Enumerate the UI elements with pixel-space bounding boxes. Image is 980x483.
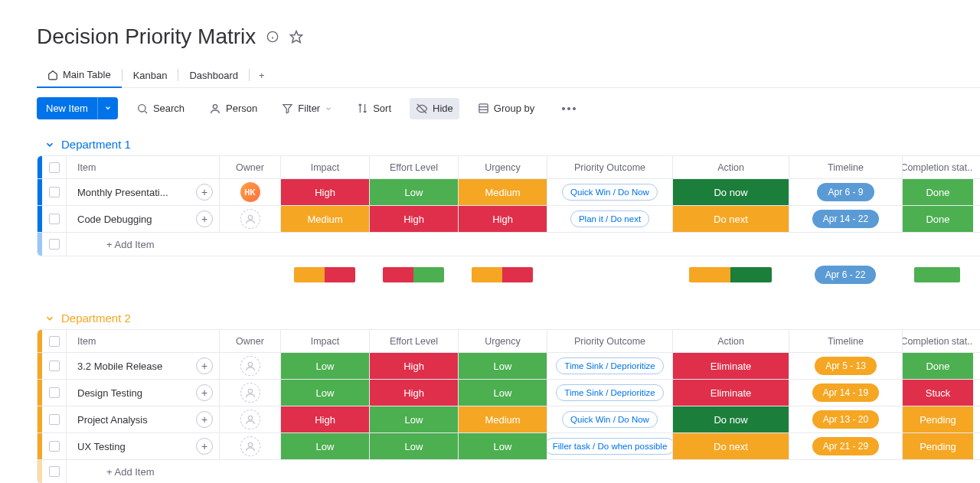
owner-cell[interactable] [220, 406, 281, 432]
expand-item-icon[interactable]: + [196, 184, 213, 201]
table-row[interactable]: Design Testing+ Low High Low Time Sink /… [38, 380, 980, 406]
column-header[interactable]: Effort Level [370, 330, 459, 352]
column-header[interactable]: Urgency [459, 330, 547, 352]
expand-item-icon[interactable]: + [196, 210, 213, 227]
action-cell[interactable]: Eliminate [673, 380, 789, 406]
level-cell[interactable]: Low [370, 179, 458, 205]
group-header[interactable]: Department 2 [37, 312, 980, 325]
column-header[interactable]: Effort Level [370, 156, 459, 178]
impact-cell[interactable]: Low [281, 433, 370, 459]
status-cell[interactable]: Done [903, 179, 973, 205]
action-cell-wrap[interactable]: Do next [673, 433, 789, 459]
owner-avatar[interactable]: HK [240, 182, 260, 202]
column-header[interactable]: Item [67, 156, 220, 178]
action-cell[interactable]: Do now [673, 179, 789, 205]
tab-dashboard[interactable]: Dashboard [178, 64, 249, 87]
timeline-pill[interactable]: Apr 6 - 9 [817, 183, 874, 201]
timeline-cell[interactable]: Apr 13 - 20 [789, 406, 903, 432]
effort-cell[interactable]: Low [370, 179, 459, 205]
add-item-row[interactable]: + Add Item [38, 233, 980, 256]
owner-cell[interactable] [220, 433, 281, 459]
urgency-cell[interactable]: Low [459, 433, 547, 459]
status-cell[interactable]: Done [903, 353, 973, 379]
column-header[interactable]: Timeline [789, 330, 903, 352]
effort-cell[interactable]: Low [370, 406, 459, 432]
effort-cell[interactable]: Low [370, 433, 459, 459]
column-header[interactable]: Action [673, 156, 789, 178]
effort-cell[interactable]: High [370, 206, 459, 232]
owner-cell[interactable] [220, 353, 281, 379]
impact-cell[interactable]: High [281, 406, 370, 432]
level-cell[interactable]: Medium [459, 406, 547, 432]
add-item-label[interactable]: + Add Item [67, 460, 980, 483]
chevron-down-icon[interactable] [97, 97, 118, 119]
row-checkbox[interactable] [42, 406, 67, 432]
tab-main-table[interactable]: Main Table [37, 63, 122, 88]
timeline-cell[interactable]: Apr 14 - 19 [789, 380, 903, 406]
outcome-cell[interactable]: Filler task / Do when possible [547, 433, 673, 459]
add-item-label[interactable]: + Add Item [67, 233, 980, 256]
info-icon[interactable] [266, 31, 279, 43]
owner-avatar-empty[interactable] [240, 410, 260, 429]
owner-cell[interactable] [220, 206, 281, 232]
level-cell[interactable]: Low [459, 433, 547, 459]
column-header[interactable]: Timeline [789, 156, 903, 178]
timeline-pill[interactable]: Apr 13 - 20 [812, 410, 879, 429]
status-cell-wrap[interactable]: Stuck [903, 380, 973, 406]
outcome-cell[interactable]: Time Sink / Deprioritize [547, 353, 673, 379]
groupby-button[interactable]: Group by [472, 98, 541, 119]
urgency-cell[interactable]: Medium [459, 406, 547, 432]
level-cell[interactable]: High [370, 206, 458, 232]
row-checkbox[interactable] [42, 233, 67, 256]
column-header[interactable]: Completion stat... [903, 156, 973, 178]
timeline-pill[interactable]: Apr 14 - 19 [812, 383, 879, 402]
timeline-pill[interactable]: Apr 14 - 22 [812, 210, 879, 228]
status-cell[interactable]: Stuck [903, 380, 973, 406]
level-cell[interactable]: Medium [281, 206, 369, 232]
level-cell[interactable]: High [281, 179, 369, 205]
expand-item-icon[interactable]: + [196, 384, 213, 401]
urgency-cell[interactable]: Medium [459, 179, 547, 205]
level-cell[interactable]: High [459, 206, 547, 232]
status-cell[interactable]: Done [903, 206, 973, 232]
urgency-cell[interactable]: High [459, 206, 547, 232]
table-row[interactable]: Project Analysis+ High Low Medium Quick … [38, 406, 980, 433]
new-item-button[interactable]: New Item [37, 97, 118, 119]
impact-cell[interactable]: Low [281, 353, 370, 379]
row-checkbox[interactable] [42, 380, 67, 406]
level-cell[interactable]: Low [281, 380, 369, 406]
group-header[interactable]: Department 1 [37, 138, 980, 151]
outcome-cell[interactable]: Plan it / Do next [547, 206, 673, 232]
level-cell[interactable]: Low [281, 353, 369, 379]
add-tab-button[interactable]: + [250, 64, 274, 87]
item-name-cell[interactable]: Monthly Presentati...+ [67, 179, 220, 205]
table-row[interactable]: 3.2 Mobile Release+ Low High Low Time Si… [38, 353, 980, 380]
more-button[interactable] [553, 100, 585, 118]
checkbox-header[interactable] [42, 330, 67, 352]
table-row[interactable]: Monthly Presentati...+ HK High Low Mediu… [38, 179, 980, 206]
impact-cell[interactable]: High [281, 179, 370, 205]
action-cell-wrap[interactable]: Do now [673, 179, 789, 205]
impact-cell[interactable]: Low [281, 380, 370, 406]
urgency-cell[interactable]: Low [459, 380, 547, 406]
status-cell-wrap[interactable]: Pending [903, 406, 973, 432]
item-name-cell[interactable]: UX Testing+ [67, 433, 220, 459]
row-checkbox[interactable] [42, 206, 67, 232]
action-cell[interactable]: Eliminate [673, 353, 789, 379]
search-button[interactable]: Search [130, 98, 191, 119]
level-cell[interactable]: Low [459, 353, 547, 379]
column-header[interactable]: Impact [281, 156, 370, 178]
column-header[interactable]: Owner [220, 156, 281, 178]
hide-button[interactable]: Hide [410, 98, 459, 119]
column-header[interactable]: Urgency [459, 156, 547, 178]
column-header[interactable]: Item [67, 330, 220, 352]
expand-item-icon[interactable]: + [196, 438, 213, 455]
tab-kanban[interactable]: Kanban [122, 64, 178, 87]
action-cell-wrap[interactable]: Eliminate [673, 380, 789, 406]
level-cell[interactable]: High [370, 353, 458, 379]
column-header[interactable]: Priority Outcome [547, 330, 673, 352]
owner-avatar-empty[interactable] [240, 209, 260, 229]
row-checkbox[interactable] [42, 179, 67, 205]
action-cell[interactable]: Do now [673, 406, 789, 432]
table-row[interactable]: Code Debugging+ Medium High High Plan it… [38, 206, 980, 233]
